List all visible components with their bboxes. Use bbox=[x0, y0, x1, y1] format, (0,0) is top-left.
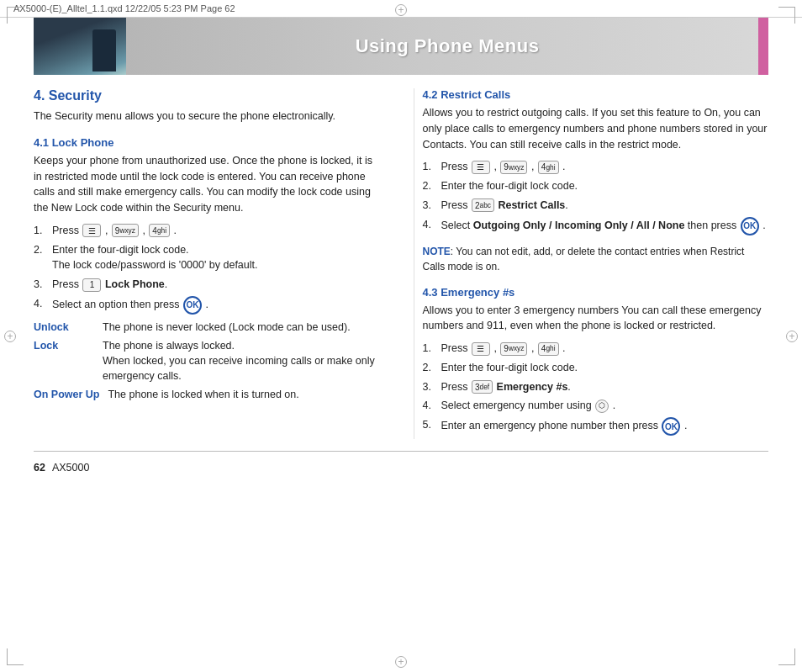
rstep2-num: 2. bbox=[423, 178, 438, 194]
doc-header-text: AX5000-(E)_Alltel_1.1.qxd 12/22/05 5:23 … bbox=[13, 3, 235, 13]
rstep4-content: Select Outgoing Only / Incoming Only / A… bbox=[441, 217, 766, 235]
estep3-content: Press 3def Emergency #s. bbox=[441, 379, 571, 395]
unlock-desc: The phone is never locked (Lock mode can… bbox=[103, 320, 380, 335]
estep5-num: 5. bbox=[423, 417, 438, 436]
header-image-inner bbox=[34, 18, 126, 75]
key4-icon: 4ghi bbox=[149, 224, 170, 237]
subsection-43-body: Allows you to enter 3 emergency numbers … bbox=[423, 303, 769, 335]
restrict-calls-steps: 1. Press ☰ , 9wxyz , 4ghi . 2. Enter the… bbox=[423, 159, 769, 235]
onpowerup-desc: The phone is locked when it is turned on… bbox=[108, 387, 379, 402]
rstep2-content: Enter the four-digit lock code. bbox=[441, 178, 578, 194]
estep4-content: Select emergency number using ⬡ . bbox=[441, 398, 616, 414]
rstep1-content: Press ☰ , 9wxyz , 4ghi . bbox=[441, 159, 566, 175]
rmenu-key-icon: ☰ bbox=[472, 161, 490, 174]
menu-key-icon: ☰ bbox=[82, 224, 101, 237]
step4-content: Select an option then press OK . bbox=[52, 296, 208, 315]
step1-num: 1. bbox=[34, 223, 49, 239]
footer-model: AX5000 bbox=[52, 462, 89, 474]
rkey9-icon: 9wxyz bbox=[500, 161, 527, 174]
crop-mark-tl bbox=[7, 7, 24, 24]
footer-page-num: 62 bbox=[34, 462, 45, 474]
step3-content: Press 1 Lock Phone. bbox=[52, 277, 167, 293]
subsection-41-title: 4.1 Lock Phone bbox=[34, 136, 380, 149]
lock-label: Lock bbox=[34, 338, 94, 384]
subsection-42-title: 4.2 Restrict Calls bbox=[423, 88, 769, 101]
emerg-step-3: 3. Press 3def Emergency #s. bbox=[423, 379, 769, 395]
subsection-43-title: 4.3 Emergency #s bbox=[423, 286, 769, 299]
rstep3-num: 3. bbox=[423, 198, 438, 214]
nav-icon: ⬡ bbox=[595, 399, 609, 413]
restrict-step-3: 3. Press 2abc Restrict Calls. bbox=[423, 198, 769, 214]
emerg-step-5: 5. Enter an emergency phone number then … bbox=[423, 417, 769, 436]
header-image bbox=[34, 18, 126, 75]
crop-mark-br bbox=[778, 648, 795, 665]
onpowerup-option: On Power Up The phone is locked when it … bbox=[34, 387, 380, 402]
section-4-body: The Security menu allows you to secure t… bbox=[34, 108, 380, 124]
lock-step-1: 1. Press ☰ , 9wxyz , 4ghi . bbox=[34, 223, 380, 239]
note-text: : You can not edit, add, or delete the c… bbox=[423, 246, 745, 273]
restrict-step-4: 4. Select Outgoing Only / Incoming Only … bbox=[423, 217, 769, 235]
right-column: 4.2 Restrict Calls Allows you to restric… bbox=[414, 88, 769, 439]
estep4-num: 4. bbox=[423, 398, 438, 414]
lock-desc: The phone is always locked. When locked,… bbox=[103, 338, 380, 384]
emenu-key-icon: ☰ bbox=[472, 342, 490, 356]
estep5-content: Enter an emergency phone number then pre… bbox=[441, 417, 688, 436]
crop-mark-tr bbox=[778, 7, 795, 24]
lock-phone-steps: 1. Press ☰ , 9wxyz , 4ghi . 2. Enter the… bbox=[34, 223, 380, 315]
lock-step-3: 3. Press 1 Lock Phone. bbox=[34, 277, 380, 293]
key1-icon: 1 bbox=[82, 278, 101, 292]
lock-step-2: 2. Enter the four-digit lock code. The l… bbox=[34, 242, 380, 274]
page-title: Using Phone Menus bbox=[126, 35, 768, 57]
ekey4-icon: 4ghi bbox=[538, 342, 559, 356]
emergency-steps: 1. Press ☰ , 9wxyz , 4ghi . 2. Enter the… bbox=[423, 341, 769, 436]
key9-icon: 9wxyz bbox=[112, 224, 139, 237]
header-accent bbox=[758, 18, 768, 75]
lock-option: Lock The phone is always locked. When lo… bbox=[34, 338, 380, 384]
rstep3-content: Press 2abc Restrict Calls. bbox=[441, 198, 568, 214]
step2-num: 2. bbox=[34, 242, 49, 274]
rstep1-num: 1. bbox=[423, 159, 438, 175]
ok-icon-step4: OK bbox=[183, 296, 202, 315]
unlock-option: Unlock The phone is never locked (Lock m… bbox=[34, 320, 380, 335]
restrict-step-2: 2. Enter the four-digit lock code. bbox=[423, 178, 769, 194]
note-label: NOTE bbox=[423, 246, 451, 257]
page-header: Using Phone Menus bbox=[34, 18, 768, 75]
reg-mark-top bbox=[395, 4, 407, 16]
main-content: 4. Security The Security menu allows you… bbox=[34, 75, 768, 439]
rok-icon: OK bbox=[741, 217, 759, 235]
eok-icon: OK bbox=[662, 417, 680, 436]
restrict-options-bold: Outgoing Only / Incoming Only / All / No… bbox=[473, 220, 685, 231]
step2-content: Enter the four-digit lock code. The lock… bbox=[52, 242, 258, 274]
subsection-41-body: Keeps your phone from unauthorized use. … bbox=[34, 153, 380, 216]
subsection-42-body: Allows you to restrict outgoing calls. I… bbox=[423, 105, 769, 152]
emerg-step-4: 4. Select emergency number using ⬡ . bbox=[423, 398, 769, 414]
emerg-step-1: 1. Press ☰ , 9wxyz , 4ghi . bbox=[423, 341, 769, 357]
estep2-content: Enter the four-digit lock code. bbox=[441, 360, 578, 376]
footer-divider bbox=[34, 451, 768, 452]
estep1-content: Press ☰ , 9wxyz , 4ghi . bbox=[441, 341, 566, 357]
crop-mark-bl bbox=[7, 648, 24, 665]
rstep4-num: 4. bbox=[423, 217, 438, 235]
reg-mark-bottom bbox=[395, 656, 407, 668]
emerg-step-2: 2. Enter the four-digit lock code. bbox=[423, 360, 769, 376]
ekey3-icon: 3def bbox=[472, 380, 493, 394]
header-image-figure bbox=[92, 29, 116, 71]
estep1-num: 1. bbox=[423, 341, 438, 357]
reg-mark-left bbox=[4, 331, 16, 342]
footer: 62 AX5000 bbox=[0, 458, 802, 477]
rkey2-icon: 2abc bbox=[472, 198, 494, 212]
section-4-title: 4. Security bbox=[34, 88, 380, 103]
lock-options: Unlock The phone is never locked (Lock m… bbox=[34, 320, 380, 403]
unlock-label: Unlock bbox=[34, 320, 94, 335]
note-box: NOTE: You can not edit, add, or delete t… bbox=[423, 244, 769, 274]
estep2-num: 2. bbox=[423, 360, 438, 376]
rkey4-icon: 4ghi bbox=[538, 161, 559, 174]
restrict-step-1: 1. Press ☰ , 9wxyz , 4ghi . bbox=[423, 159, 769, 175]
reg-mark-right bbox=[786, 331, 798, 342]
estep3-num: 3. bbox=[423, 379, 438, 395]
onpowerup-label: On Power Up bbox=[34, 387, 99, 402]
ekey9-icon: 9wxyz bbox=[500, 342, 527, 356]
lock-step-4: 4. Select an option then press OK . bbox=[34, 296, 380, 315]
step4-num: 4. bbox=[34, 296, 49, 315]
step3-num: 3. bbox=[34, 277, 49, 293]
